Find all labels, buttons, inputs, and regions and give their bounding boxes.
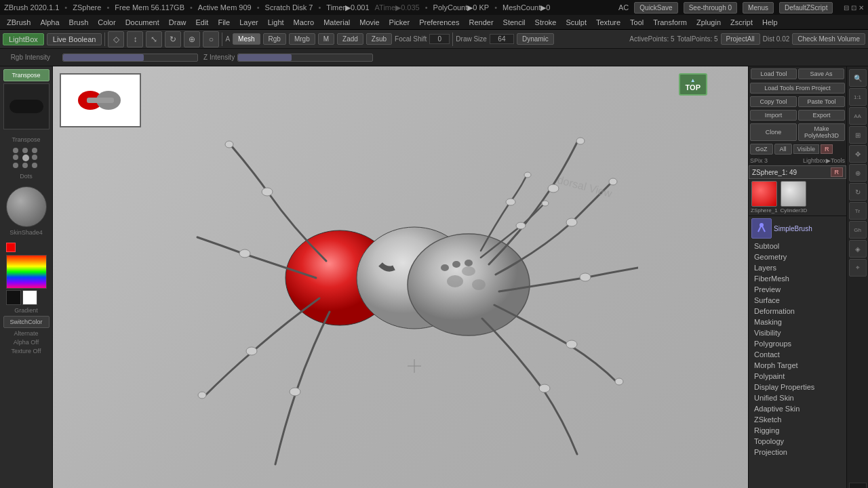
make-polymesh-btn[interactable]: Make PolyMesh3D: [798, 123, 845, 141]
menu-sculpt[interactable]: Sculpt: [561, 17, 591, 28]
m-btn[interactable]: M: [318, 33, 334, 45]
menu-movie[interactable]: Movie: [355, 17, 383, 28]
menu-light[interactable]: Light: [264, 17, 288, 28]
tool-zsketch[interactable]: ZSketch: [749, 414, 846, 425]
menu-picker[interactable]: Picker: [385, 17, 414, 28]
import-btn[interactable]: Import: [750, 110, 797, 121]
save-as-btn[interactable]: Save As: [798, 68, 844, 79]
zoom-ctrl-icon[interactable]: ⌖: [849, 259, 867, 277]
menu-material[interactable]: Material: [319, 17, 354, 28]
see-through-button[interactable]: See-through 0: [684, 2, 737, 14]
lightbox-sidebar-btn[interactable]: Transpose: [3, 69, 50, 81]
tool-topology[interactable]: Topology: [749, 436, 846, 447]
menu-render[interactable]: Render: [465, 17, 497, 28]
menu-color[interactable]: Color: [94, 17, 119, 28]
menu-preferences[interactable]: Preferences: [415, 17, 463, 28]
mesh-btn[interactable]: Mesh: [233, 33, 260, 45]
menu-help[interactable]: Help: [758, 17, 782, 28]
menu-transform[interactable]: Transform: [649, 17, 691, 28]
check-mesh-btn[interactable]: Check Mesh Volume: [792, 33, 865, 45]
menu-zplugin[interactable]: Zplugin: [692, 17, 725, 28]
menu-stroke[interactable]: Stroke: [531, 17, 561, 28]
white-swatch[interactable]: [22, 290, 37, 305]
menu-texture[interactable]: Texture: [592, 17, 625, 28]
simple-brush-icon[interactable]: [751, 218, 772, 239]
all-btn[interactable]: All: [774, 144, 792, 155]
switch-color-btn[interactable]: SwitchColor: [3, 316, 50, 328]
load-tool-btn[interactable]: Load Tool: [751, 68, 797, 79]
scale-icon[interactable]: ⤡: [146, 31, 162, 47]
tool-morph-target[interactable]: Morph Target: [749, 360, 846, 371]
rotate-canvas-icon[interactable]: ↻: [849, 183, 867, 201]
tool-unified-skin[interactable]: Unified Skin: [749, 392, 846, 403]
menu-brush[interactable]: Brush: [65, 17, 93, 28]
dynamic2-icon[interactable]: ◈: [849, 240, 867, 258]
lightbox-button[interactable]: LightBox: [3, 33, 44, 45]
menu-layer[interactable]: Layer: [235, 17, 262, 28]
mrgb-btn[interactable]: Mrgb: [289, 33, 315, 45]
menu-zbrush[interactable]: ZBrush: [3, 17, 35, 28]
transparent-icon[interactable]: Tr: [849, 202, 867, 220]
default-script-button[interactable]: DefaultZScript: [779, 2, 833, 14]
tool-rigging[interactable]: Rigging: [749, 425, 846, 436]
zsphere-r-btn[interactable]: R: [831, 167, 844, 177]
paste-tool-btn[interactable]: Paste Tool: [798, 96, 845, 107]
mat2-swatch[interactable]: [781, 181, 806, 207]
project-all-btn[interactable]: ProjectAll: [721, 33, 760, 45]
visible-btn[interactable]: Visible: [793, 144, 819, 154]
draw-size-input[interactable]: [490, 34, 514, 44]
menu-tool[interactable]: Tool: [626, 17, 648, 28]
tool-projection[interactable]: Projection: [749, 447, 846, 458]
rgb-btn[interactable]: Rgb: [263, 33, 286, 45]
rotate-icon[interactable]: ↻: [165, 31, 181, 47]
goz-btn[interactable]: GoZ: [750, 144, 773, 155]
snap-icon[interactable]: ⊕: [849, 164, 867, 182]
tool-visibility[interactable]: Visibility: [749, 327, 846, 338]
menu-stencil[interactable]: Stencil: [499, 17, 530, 28]
load-tools-btn[interactable]: Load Tools From Project: [750, 83, 845, 94]
tool-contact[interactable]: Contact: [749, 349, 846, 360]
tool-polypaint[interactable]: Polypaint: [749, 371, 846, 382]
zadd-btn[interactable]: Zadd: [337, 33, 363, 45]
live-boolean-button[interactable]: Live Boolean: [47, 33, 102, 45]
aa-half-icon[interactable]: AA: [849, 107, 867, 125]
zsub-btn[interactable]: Zsub: [366, 33, 392, 45]
tool-polygroups[interactable]: Polygroups: [749, 338, 846, 349]
draw-mode-icon[interactable]: ◇: [108, 31, 124, 47]
r-btn[interactable]: R: [821, 144, 833, 154]
clone-btn[interactable]: Clone: [750, 123, 797, 141]
tool-deformation[interactable]: Deformation: [749, 306, 846, 317]
tool-subtool[interactable]: Subtool: [749, 241, 846, 251]
circle-icon[interactable]: ○: [203, 31, 219, 47]
tool-surface[interactable]: Surface: [749, 295, 846, 306]
menu-alpha[interactable]: Alpha: [36, 17, 63, 28]
tool-preview[interactable]: Preview: [749, 284, 846, 295]
export-btn[interactable]: Export: [798, 110, 845, 121]
lightbox-tools[interactable]: Lightbox▶Tools: [803, 157, 845, 164]
actual-size-icon[interactable]: 1:1: [849, 88, 867, 106]
canvas-area[interactable]: dorsal View: [53, 66, 748, 488]
menu-document[interactable]: Document: [121, 17, 163, 28]
quicksave-button[interactable]: QuickSave: [634, 2, 677, 14]
mat1-swatch[interactable]: [751, 181, 777, 207]
foreground-color[interactable]: [6, 243, 16, 252]
zoom-icon[interactable]: 🔍: [849, 69, 867, 87]
move-canvas-icon[interactable]: ✥: [849, 145, 867, 163]
black-swatch[interactable]: [6, 290, 21, 305]
copy-tool-btn[interactable]: Copy Tool: [750, 96, 797, 107]
tool-geometry[interactable]: Geometry: [749, 251, 846, 262]
tool-fibermesh[interactable]: FiberMesh: [749, 273, 846, 284]
color-gradient[interactable]: [6, 255, 47, 289]
menu-macro[interactable]: Macro: [290, 17, 319, 28]
tool-masking[interactable]: Masking: [749, 317, 846, 327]
menu-file[interactable]: File: [214, 17, 234, 28]
menu-edit[interactable]: Edit: [191, 17, 212, 28]
focal-shift-input[interactable]: [429, 34, 450, 44]
cursor-icon[interactable]: ⊕: [184, 31, 200, 47]
tool-adaptive-skin[interactable]: Adaptive Skin: [749, 403, 846, 414]
dynamic-btn[interactable]: Dynamic: [517, 33, 554, 45]
frame-icon[interactable]: ⊞: [849, 126, 867, 144]
menu-zscript[interactable]: Zscript: [726, 17, 757, 28]
tool-display-properties[interactable]: Display Properties: [749, 382, 846, 392]
tool-layers[interactable]: Layers: [749, 262, 846, 273]
